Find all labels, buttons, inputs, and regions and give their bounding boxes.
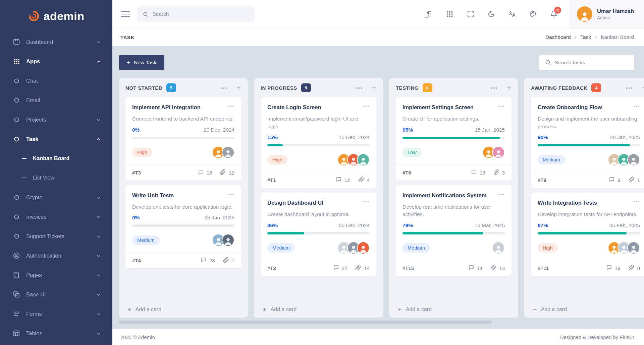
app-window: ademin DashboardAppsChatEmailProjectsTas… <box>0 0 644 345</box>
card-menu-dots-icon[interactable]: ••• <box>498 192 505 197</box>
column-menu-dots-icon[interactable]: ••• <box>626 85 633 91</box>
task-card[interactable]: Write Integration Tests•••Develop integr… <box>531 193 644 276</box>
task-card[interactable]: Design Dashboard UI•••Create dashboard l… <box>261 193 376 276</box>
column-add-icon[interactable]: + <box>236 84 241 92</box>
sidebar-item-crypto[interactable]: Crypto <box>0 188 112 207</box>
card-title[interactable]: Create Onboarding Flow <box>538 104 630 111</box>
menu-toggle-icon[interactable] <box>121 9 130 19</box>
footer-copyright: 2025 © Ademin <box>120 334 155 340</box>
baseui-icon <box>13 291 20 298</box>
circle-icon <box>13 135 20 143</box>
assignee-avatar[interactable] <box>357 153 370 166</box>
scrollbar-thumb[interactable] <box>119 321 492 324</box>
attachments-icon <box>220 169 226 176</box>
card-menu-dots-icon[interactable]: ••• <box>363 199 370 204</box>
add-card-button[interactable]: +Add a card <box>531 301 644 318</box>
assignee-avatar[interactable] <box>337 153 350 166</box>
assignee-avatar[interactable] <box>357 242 370 254</box>
column-add-icon[interactable]: + <box>372 84 376 92</box>
sidebar-item-kanban-board[interactable]: Kanban Board <box>0 149 112 168</box>
breadcrumb-task[interactable]: Task <box>580 34 591 40</box>
card-menu-dots-icon[interactable]: ••• <box>363 104 370 109</box>
translate-icon[interactable] <box>508 10 516 18</box>
task-search-input[interactable] <box>555 60 629 66</box>
card-menu-dots-icon[interactable]: ••• <box>228 192 234 197</box>
assignee-avatar[interactable] <box>627 242 640 254</box>
assignee-avatars <box>611 242 640 254</box>
column-add-icon[interactable]: + <box>642 84 644 92</box>
topbar: ¶← <box>112 0 644 28</box>
sidebar-item-task[interactable]: Task <box>0 129 112 149</box>
assignee-avatar[interactable] <box>608 242 621 254</box>
assignee-avatar[interactable] <box>627 153 640 166</box>
breadcrumb-dashboard[interactable]: Dashboard <box>545 34 571 40</box>
board-scrollbar[interactable] <box>119 321 644 324</box>
fullscreen-icon[interactable] <box>467 10 475 18</box>
card-title[interactable]: Implement Notifications System <box>402 192 495 199</box>
sidebar-item-apps[interactable]: Apps <box>0 52 112 71</box>
sidebar-item-tables[interactable]: Tables <box>0 324 112 343</box>
add-card-button[interactable]: +Add a card <box>261 301 376 318</box>
assignee-avatar[interactable] <box>492 146 505 159</box>
dark-mode-moon-icon[interactable] <box>487 10 495 18</box>
assignee-avatar[interactable] <box>492 242 505 254</box>
brand-logo[interactable]: ademin <box>0 0 112 32</box>
card-title[interactable]: Write Unit Tests <box>132 192 224 199</box>
card-menu-dots-icon[interactable]: ••• <box>633 199 640 204</box>
theme-palette-icon[interactable] <box>529 10 537 18</box>
assignee-avatar[interactable] <box>222 146 234 159</box>
sidebar-item-email[interactable]: Email <box>0 90 112 110</box>
new-task-button[interactable]: + New Task <box>119 55 164 70</box>
card-title[interactable]: Implement API Integration <box>132 104 224 111</box>
task-card[interactable]: Implement Notifications System•••Develop… <box>396 185 512 276</box>
assignee-avatar[interactable] <box>618 242 630 254</box>
column-menu-dots-icon[interactable]: ••• <box>356 85 363 91</box>
card-title[interactable]: Design Dashboard UI <box>267 199 360 206</box>
sidebar-item-base-ui[interactable]: Base UI <box>0 285 112 304</box>
card-menu-dots-icon[interactable]: ••• <box>633 104 640 109</box>
column-menu-dots-icon[interactable]: ••• <box>220 85 228 91</box>
sidebar-item-dashboard[interactable]: Dashboard <box>0 32 112 52</box>
brand-name: ademin <box>43 10 84 23</box>
assignee-avatar[interactable] <box>222 234 234 247</box>
apps-grid-icon[interactable] <box>446 10 454 18</box>
task-card[interactable]: Create Login Screen•••Implement email/pa… <box>261 97 376 188</box>
assignee-avatar[interactable] <box>618 153 630 166</box>
notifications-bell-icon[interactable]: 4 <box>550 10 558 18</box>
user-menu[interactable]: Umar Hamzah Admin <box>570 0 644 28</box>
assignee-avatar[interactable] <box>337 242 350 254</box>
sidebar-item-projects[interactable]: Projects <box>0 110 112 129</box>
card-title[interactable]: Implement Settings Screen <box>402 104 495 111</box>
text-direction-icon[interactable]: ¶← <box>425 10 433 18</box>
card-title[interactable]: Write Integration Tests <box>538 199 630 206</box>
add-card-button[interactable]: +Add a card <box>125 301 241 318</box>
task-card[interactable]: Implement Settings Screen•••Create UI fo… <box>396 97 512 181</box>
sidebar-item-pages[interactable]: Pages <box>0 265 112 285</box>
task-card[interactable]: Create Onboarding Flow•••Design and impl… <box>531 97 644 188</box>
sidebar-item-authentication[interactable]: Authentication <box>0 246 112 265</box>
sidebar-item-chat[interactable]: Chat <box>0 71 112 90</box>
task-card[interactable]: Write Unit Tests•••Develop unit tests fo… <box>125 185 241 269</box>
card-title[interactable]: Create Login Screen <box>267 104 360 111</box>
assignee-avatar[interactable] <box>608 153 621 166</box>
assignee-avatar[interactable] <box>347 153 360 166</box>
sidebar-item-support-tickets[interactable]: Support Tickets <box>0 226 112 246</box>
user-name: Umar Hamzah <box>597 8 634 14</box>
sidebar-item-forms[interactable]: Forms <box>0 304 112 324</box>
card-menu-dots-icon[interactable]: ••• <box>228 104 234 109</box>
circle-icon <box>13 213 20 220</box>
comments-icon <box>609 177 615 184</box>
task-card[interactable]: Implement API Integration•••Connect fron… <box>125 97 241 181</box>
sidebar-item-invoices[interactable]: Invoices <box>0 207 112 226</box>
assignee-avatar[interactable] <box>482 146 495 159</box>
assignee-avatar[interactable] <box>212 146 225 159</box>
card-menu-dots-icon[interactable]: ••• <box>498 104 505 109</box>
sidebar-item-list-view[interactable]: List View <box>0 168 112 188</box>
chevron-down-icon <box>96 40 101 44</box>
attachments-icon <box>493 169 499 176</box>
column-add-icon[interactable]: + <box>507 84 512 92</box>
assignee-avatar[interactable] <box>347 242 360 254</box>
global-search-input[interactable] <box>152 11 249 17</box>
add-card-button[interactable]: +Add a card <box>396 301 512 318</box>
column-menu-dots-icon[interactable]: ••• <box>491 85 498 91</box>
